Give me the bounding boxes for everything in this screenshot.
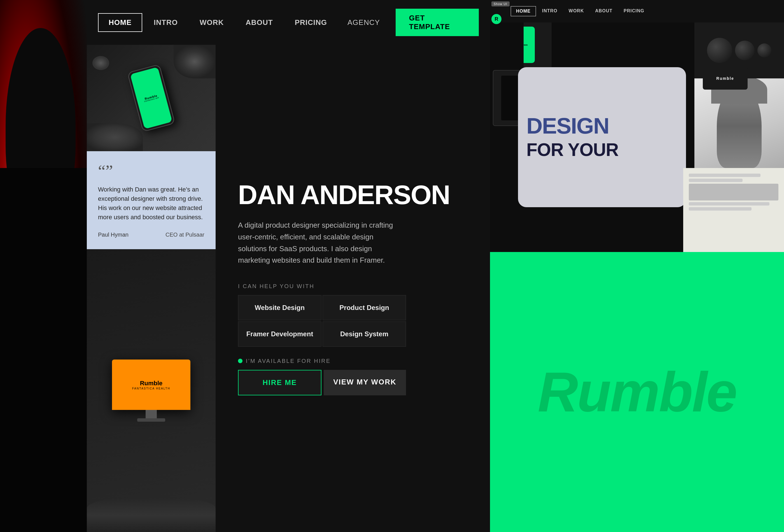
mini-nav-pricing[interactable]: PRICING — [618, 6, 649, 16]
rumble-logo-big: Rumble — [538, 360, 736, 424]
nav-item-intro[interactable]: INTRO — [143, 13, 188, 32]
get-template-button[interactable]: GET TEMPLATE — [396, 9, 479, 36]
hero-description: A digital product designer specializing … — [238, 220, 395, 266]
service-website-design[interactable]: Website Design — [238, 295, 321, 320]
nav-item-home[interactable]: HOME — [98, 13, 142, 32]
mini-nav-work[interactable]: WORK — [564, 6, 589, 16]
card-phone: Rumble OSHAEANIC APP — [87, 45, 216, 151]
rock-small — [92, 56, 109, 70]
testimonial-footer: Paul Hyman CEO at Pulsaar — [98, 231, 204, 238]
design-text-2: FOR YOUR — [526, 140, 678, 160]
nav-right: AGENCY GET TEMPLATE — [337, 9, 479, 36]
wireframe-area — [683, 168, 784, 252]
right-content: DAN ANDERSON A digital product designer … — [216, 45, 490, 532]
available-dot — [238, 359, 243, 363]
services-grid: Website Design Product Design Framer Dev… — [238, 295, 406, 347]
cards-column: Rumble OSHAEANIC APP “” Working with Dan… — [87, 45, 216, 532]
right-panel-bottom: Rumble — [490, 252, 784, 532]
hire-me-button[interactable]: HIRE ME — [238, 370, 321, 395]
monitor-device: Rumble FANTASTICA HEALTH — [112, 360, 190, 422]
card-screen: Rumble FANTASTICA HEALTH — [87, 249, 216, 532]
monitor-stand — [146, 410, 157, 418]
design-collage: DESIGN FOR YOUR Rumble — [518, 67, 784, 252]
left-panel: HOME INTRO WORK ABOUT PRICING AGENCY GET… — [0, 0, 490, 532]
monitor-base — [137, 418, 165, 422]
rumble-card-label: Rumble — [716, 76, 734, 81]
dark-ball-3 — [757, 44, 772, 57]
wireframe-line-3 — [689, 202, 769, 205]
testimonial-role: CEO at Pulsaar — [166, 231, 204, 238]
mini-nav-intro[interactable]: INTRO — [537, 6, 562, 16]
wireframe-line-2 — [689, 179, 743, 182]
quote-mark: “” — [98, 162, 204, 179]
available-text: I’M AVAILABLE FOR HIRE — [246, 358, 331, 364]
phone-mockup: Rumble OSHAEANIC APP — [134, 67, 168, 129]
service-design-system[interactable]: Design System — [323, 321, 406, 347]
navbar: HOME INTRO WORK ABOUT PRICING AGENCY GET… — [87, 0, 490, 45]
mini-nav-about[interactable]: ABOUT — [590, 6, 617, 16]
wireframe-block-1 — [689, 184, 778, 200]
testimonial-name: Paul Hyman — [98, 231, 129, 238]
hero-name: DAN ANDERSON — [238, 181, 468, 208]
monitor-screen: Rumble FANTASTICA HEALTH — [112, 360, 190, 410]
right-panel: Show UI R HOME INTRO WORK ABOUT PRICING … — [490, 0, 784, 532]
testimonial-text: Working with Dan was great. He’s an exce… — [98, 185, 204, 226]
available-row: I’M AVAILABLE FOR HIRE — [238, 358, 468, 364]
design-white-box: DESIGN FOR YOUR — [518, 67, 686, 207]
nav-agency[interactable]: AGENCY — [337, 14, 390, 31]
r-badge: R — [492, 14, 502, 24]
mini-nav-items: HOME INTRO WORK ABOUT PRICING — [511, 6, 649, 16]
main-content: Rumble OSHAEANIC APP “” Working with Dan… — [87, 45, 490, 532]
monitor-sub: FANTASTICA HEALTH — [132, 387, 170, 390]
card-testimonial: “” Working with Dan was great. He’s an e… — [87, 151, 216, 249]
wireframe-line-1 — [689, 174, 760, 177]
nav-item-about[interactable]: ABOUT — [235, 13, 283, 32]
phone-screen: Rumble OSHAEANIC APP — [130, 67, 172, 129]
dark-ball-1 — [707, 38, 732, 63]
show-ui-badge: Show UI — [492, 1, 510, 6]
woman-head — [717, 84, 762, 168]
wireframe-line-4 — [689, 207, 752, 211]
service-product-design[interactable]: Product Design — [323, 295, 406, 320]
nav-item-pricing[interactable]: PRICING — [284, 13, 337, 32]
monitor-logo: Rumble — [140, 380, 163, 387]
cta-row: HIRE ME VIEW MY WORK — [238, 370, 406, 395]
rumble-card-mini: Rumble — [703, 67, 748, 90]
service-framer-dev[interactable]: Framer Development — [238, 321, 321, 347]
view-my-work-button[interactable]: VIEW MY WORK — [324, 370, 406, 395]
right-panel-screenshot: Show UI R HOME INTRO WORK ABOUT PRICING … — [490, 0, 784, 252]
dark-ball-2 — [735, 40, 755, 60]
mini-nav-home[interactable]: HOME — [511, 6, 536, 16]
nav-item-work[interactable]: WORK — [189, 13, 234, 32]
mini-nav: HOME INTRO WORK ABOUT PRICING — [490, 0, 784, 22]
design-text-1: DESIGN — [526, 115, 678, 137]
silhouette-body — [0, 168, 90, 532]
nav-items-left: HOME INTRO WORK ABOUT PRICING — [98, 13, 337, 32]
services-label: I CAN HELP YOU WITH — [238, 283, 468, 289]
rock-screen-bottom — [87, 498, 216, 532]
rock-top — [174, 45, 216, 78]
